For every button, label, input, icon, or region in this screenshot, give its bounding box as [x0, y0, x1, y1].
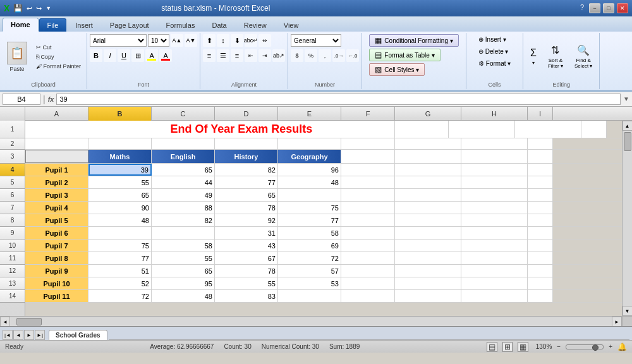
cell-e5[interactable]: 48	[278, 176, 341, 188]
cell-f14[interactable]	[341, 290, 395, 302]
cell-i14[interactable]	[528, 290, 553, 302]
cell-d10[interactable]: 43	[215, 240, 278, 252]
conditional-formatting-button[interactable]: ▦ Conditional Formatting ▾	[369, 34, 458, 47]
orientation-button[interactable]: ab↗	[272, 49, 285, 62]
cell-b7[interactable]: 90	[88, 202, 152, 214]
row-num-7[interactable]: 7	[0, 202, 25, 214]
cell-c11[interactable]: 55	[152, 252, 215, 264]
row-num-11[interactable]: 11	[0, 252, 25, 265]
cell-i6[interactable]	[528, 189, 553, 201]
page-layout-view-button[interactable]: ⊞	[502, 342, 513, 352]
cell-h2[interactable]	[461, 138, 528, 149]
cell-e7[interactable]: 75	[278, 202, 341, 214]
cell-g1[interactable]	[449, 121, 515, 138]
cell-a9[interactable]: Pupil 6	[25, 227, 88, 239]
cell-b6[interactable]: 65	[88, 189, 152, 201]
cell-i2[interactable]	[528, 138, 553, 149]
cell-a14[interactable]: Pupil 11	[25, 290, 88, 302]
currency-button[interactable]: $	[291, 49, 303, 62]
col-header-g[interactable]: G	[395, 107, 461, 121]
cell-a13[interactable]: Pupil 10	[25, 277, 88, 289]
cell-i3[interactable]	[528, 150, 553, 163]
cell-h9[interactable]	[461, 227, 528, 239]
col-header-c[interactable]: C	[152, 107, 215, 121]
cell-c5[interactable]: 44	[152, 176, 215, 188]
zoom-out-button[interactable]	[622, 317, 632, 326]
cell-a5[interactable]: Pupil 2	[25, 176, 88, 188]
percent-button[interactable]: %	[305, 49, 317, 62]
cell-d2[interactable]	[215, 138, 278, 149]
cell-g13[interactable]	[395, 277, 461, 289]
first-sheet-button[interactable]: |◄	[3, 330, 13, 340]
cell-h11[interactable]	[461, 252, 528, 264]
cell-h3[interactable]	[461, 150, 528, 163]
row-num-13[interactable]: 13	[0, 277, 25, 290]
increase-indent-button[interactable]: ⇥	[258, 49, 271, 62]
cell-b4[interactable]: 39	[88, 164, 152, 176]
scroll-up-button[interactable]: ▲	[623, 121, 633, 131]
align-left-button[interactable]: ≡	[203, 49, 216, 62]
cell-g12[interactable]	[395, 265, 461, 277]
cell-f13[interactable]	[341, 277, 395, 289]
underline-button[interactable]: U	[118, 49, 130, 62]
cell-h1[interactable]	[515, 121, 581, 138]
scroll-right-button[interactable]: ►	[612, 317, 622, 326]
cell-e4[interactable]: 96	[278, 164, 341, 176]
page-break-view-button[interactable]: ▦	[518, 342, 528, 352]
decrease-font-size-button[interactable]: A▼	[185, 34, 197, 47]
increase-decimal-button[interactable]: .0→	[332, 49, 345, 62]
cell-e2[interactable]	[278, 138, 341, 149]
cell-g4[interactable]	[395, 164, 461, 176]
cell-a1[interactable]	[25, 121, 88, 138]
cell-a12[interactable]: Pupil 9	[25, 265, 88, 277]
cell-g7[interactable]	[395, 202, 461, 214]
cell-a10[interactable]: Pupil 7	[25, 240, 88, 252]
row-num-6[interactable]: 6	[0, 189, 25, 202]
align-right-button[interactable]: ≡	[231, 49, 243, 62]
cell-d14[interactable]: 83	[215, 290, 278, 302]
cell-f6[interactable]	[341, 189, 395, 201]
cell-d9[interactable]: 31	[215, 227, 278, 239]
decrease-indent-button[interactable]: ⇤	[245, 49, 257, 62]
quick-access-redo[interactable]: ↪	[36, 4, 42, 13]
cell-g9[interactable]	[395, 227, 461, 239]
cell-f9[interactable]	[341, 227, 395, 239]
row-num-5[interactable]: 5	[0, 176, 25, 189]
tab-insert[interactable]: Insert	[67, 18, 101, 32]
scroll-thumb[interactable]	[624, 132, 631, 151]
cell-f8[interactable]	[341, 214, 395, 226]
copy-button[interactable]: ⎘ Copy	[33, 52, 84, 61]
zoom-slider[interactable]	[566, 344, 604, 349]
cell-e10[interactable]: 69	[278, 240, 341, 252]
cell-i4[interactable]	[528, 164, 553, 176]
number-format-select[interactable]: General	[291, 34, 341, 47]
comma-button[interactable]: ,	[319, 49, 331, 62]
align-top-button[interactable]: ⬆	[203, 34, 216, 47]
prev-sheet-button[interactable]: ◄	[13, 330, 23, 340]
cell-e11[interactable]: 72	[278, 252, 341, 264]
scroll-left-button[interactable]: ◄	[0, 317, 10, 326]
cell-h14[interactable]	[461, 290, 528, 302]
row-num-14[interactable]: 14	[0, 290, 25, 303]
cell-f1[interactable]	[395, 121, 449, 138]
cell-g11[interactable]	[395, 252, 461, 264]
insert-cells-button[interactable]: ⊕ Insert ▾	[475, 34, 509, 45]
cell-a6[interactable]: Pupil 3	[25, 189, 88, 201]
cell-f11[interactable]	[341, 252, 395, 264]
last-sheet-button[interactable]: ►|	[35, 330, 45, 340]
merge-center-button[interactable]: ⇔	[258, 34, 271, 47]
format-painter-button[interactable]: 🖌 Format Painter	[33, 62, 84, 71]
paste-button[interactable]: 📋 Paste	[3, 40, 32, 74]
cell-e3[interactable]: Geography	[278, 150, 341, 163]
cell-h5[interactable]	[461, 176, 528, 188]
cell-a3[interactable]	[25, 150, 88, 163]
delete-cells-button[interactable]: ⊖ Delete ▾	[475, 46, 512, 57]
col-header-f[interactable]: F	[341, 107, 395, 121]
cell-b13[interactable]: 52	[88, 277, 152, 289]
cell-b8[interactable]: 48	[88, 214, 152, 226]
cell-e9[interactable]: 58	[278, 227, 341, 239]
expand-formula-button[interactable]: ▼	[623, 95, 629, 102]
scroll-down-button[interactable]: ▼	[623, 306, 633, 316]
cut-button[interactable]: ✂ Cut	[33, 43, 84, 52]
row-num-2[interactable]: 2	[0, 138, 25, 150]
